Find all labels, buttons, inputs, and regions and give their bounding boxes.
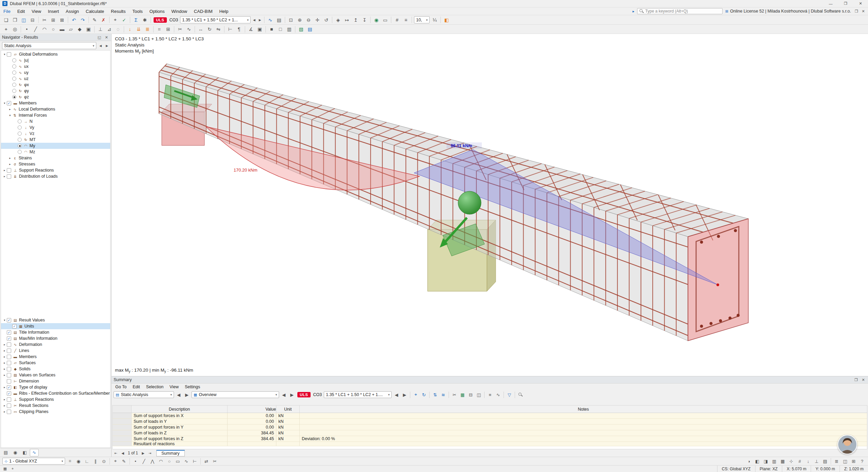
coordinate-system-combo[interactable]: ⊹1 - Global XYZ▾ [2,458,65,465]
zoom-out-icon[interactable]: ⊖ [304,16,313,24]
menu-item-tools[interactable]: Tools [129,7,146,15]
radio[interactable] [12,71,16,75]
display-materials-icon[interactable]: ▧ [297,25,305,33]
menu-item-help[interactable]: Help [216,7,232,15]
tree-item-type-of-display[interactable]: ▸✓◧Type of display [1,384,110,390]
design-situation-badge[interactable]: ULS [297,392,311,397]
view-z-icon[interactable]: ↧ [360,16,369,24]
previous-view-icon[interactable]: ↺ [322,16,330,24]
expand-icon[interactable]: ▸ [2,361,7,365]
calculate-all-icon[interactable]: Σ [132,16,140,24]
prev-result-button[interactable]: ◀ [98,42,103,49]
checkbox[interactable] [7,52,11,57]
mouse-mode-icon[interactable]: ⌖ [9,466,16,472]
prev-analysis-icon[interactable]: ◀ [175,391,182,398]
new-member-icon[interactable]: ▬ [58,25,66,33]
tree-item-uz[interactable]: ∿uz [1,76,110,82]
radio[interactable] [12,64,16,68]
rotate-object-icon[interactable]: ↻ [205,25,214,33]
edit-tool-icon[interactable]: ✎ [120,457,128,465]
checkbox[interactable] [7,397,11,402]
radio[interactable] [18,119,22,123]
design-situation-badge[interactable]: ULS [154,17,167,23]
zoom-window-icon[interactable]: ⊡ [287,16,295,24]
pin-panel-icon[interactable]: ◱ [97,35,102,40]
trim-tool-icon[interactable]: ✂ [211,457,219,465]
close-panel-icon[interactable]: ✕ [861,378,866,382]
menu-item-view[interactable]: View [28,7,44,15]
expand-icon[interactable]: ▸ [2,404,7,407]
move-copy-icon[interactable]: ↔ [197,25,205,33]
expand-icon[interactable]: ▸ [2,373,7,377]
annotation-icon[interactable]: ¶ [235,25,243,33]
display-color-scale-icon[interactable]: ▤ [306,25,314,33]
collapse-icon[interactable]: ▾ [2,53,7,56]
prev-page-button[interactable]: ◀ [120,450,126,456]
tree-item-values-on-surfaces[interactable]: ▸▨Values on Surfaces [1,372,110,378]
summary-menu-view[interactable]: View [166,385,182,389]
summary-menu-go-to[interactable]: Go To [112,385,130,389]
checkbox[interactable] [7,168,11,173]
checkbox[interactable] [7,355,11,359]
nav-tab-views[interactable]: ◧ [20,449,29,456]
refresh-table-icon[interactable]: ↻ [420,391,428,398]
tree-item-members[interactable]: ▸▬Members [1,354,110,360]
display-properties-icon[interactable]: ≡ [402,16,410,24]
expand-icon[interactable]: ▸ [2,398,7,401]
draw-line-icon[interactable]: ╱ [140,457,148,465]
expand-icon[interactable]: ▸ [8,107,12,111]
display-transparent-icon[interactable]: ◨ [762,457,770,465]
tree-item-y[interactable]: ↻φy [1,88,110,94]
prev-combination-icon[interactable]: ◀ [393,391,400,398]
save-model-icon[interactable]: ◫ [20,16,28,24]
tree-item-vy[interactable]: ↓Vy [1,124,110,131]
menu-item-calculate[interactable]: Calculate [82,7,107,15]
tree-item-max-min-information[interactable]: ✓▤Max/Min Information [1,335,110,341]
expand-icon[interactable]: ▸ [2,367,7,371]
isometric-view-icon[interactable]: ◈ [334,16,342,24]
radio[interactable] [12,83,16,87]
expand-icon[interactable]: ▸ [2,386,7,389]
keyword-search-input[interactable]: Type a keyword (Alt+Q) [637,8,723,14]
draw-rectangle-icon[interactable]: ▭ [174,457,182,465]
tree-item-members[interactable]: ▾✓▬Members [1,100,110,106]
new-opening-icon[interactable]: ▣ [84,25,93,33]
edit-object-icon[interactable]: ✎ [91,16,99,24]
tree-item-my[interactable]: ◠My [1,143,110,149]
next-combination-icon[interactable]: ▶ [401,391,408,398]
tree-item-support-reactions[interactable]: ▸⊥Support Reactions [1,396,110,402]
collapse-icon[interactable]: ▾ [8,114,12,117]
sheet-tab-summary[interactable]: Summary [156,450,184,456]
radio[interactable] [18,150,22,154]
redo-icon[interactable]: ↷ [79,16,87,24]
checkbox[interactable] [7,410,11,414]
tree-item-mz[interactable]: ◠Mz [1,149,110,155]
mesh-settings-icon[interactable]: ⊞ [164,25,172,33]
undo-icon[interactable]: ↶ [70,16,78,24]
menu-item-file[interactable]: File [0,7,14,15]
object-info-icon[interactable]: ▣ [256,25,264,33]
tree-item-vz[interactable]: ↓Vz [1,131,110,137]
select-special-icon[interactable]: ◎ [11,25,19,33]
nav-tab-display[interactable]: ◉ [11,449,20,456]
close-button[interactable]: ✕ [853,0,868,7]
collapse-icon[interactable]: ▾ [2,318,7,322]
summary-menu-settings[interactable]: Settings [182,385,203,389]
draw-node-icon[interactable]: • [132,457,139,465]
tree-item-dimension[interactable]: ⊢Dimension [1,378,110,384]
display-supports-icon[interactable]: ⊥ [813,457,821,465]
view-x-icon[interactable]: ↦ [343,16,351,24]
summary-menu-edit[interactable]: Edit [130,385,143,389]
checkbox[interactable]: ✓ [7,336,11,341]
menu-item-edit[interactable]: Edit [14,7,28,15]
render-transparent-icon[interactable]: □ [276,25,284,33]
cut-row-icon[interactable]: ✂ [451,391,458,398]
copy-icon[interactable]: ⊞ [49,16,57,24]
render-status-icon[interactable]: ▦ [2,466,8,472]
view-y-icon[interactable]: ↥ [352,16,360,24]
tree-item-u[interactable]: ∿|u| [1,57,110,63]
maximize-button[interactable]: ❐ [838,0,853,7]
menu-item-insert[interactable]: Insert [44,7,62,15]
table-row[interactable]: Sum of loads in Y0.00kN [113,419,867,425]
workspace-icon[interactable]: ❐ [854,9,859,14]
